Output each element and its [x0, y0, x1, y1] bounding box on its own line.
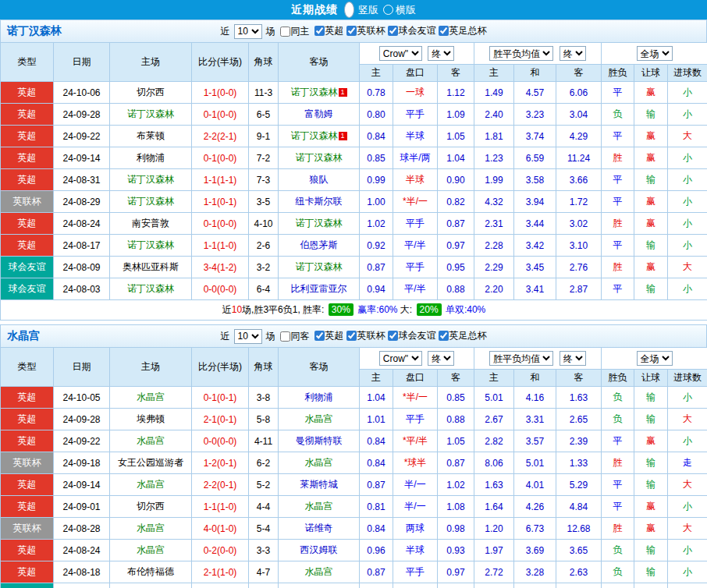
- league-checkbox[interactable]: [346, 26, 357, 36]
- league-filter[interactable]: 英足总杯: [439, 329, 487, 342]
- same-venue-checkbox[interactable]: [280, 27, 290, 37]
- same-venue-checkbox[interactable]: [280, 331, 290, 342]
- cell-euro-home-odds: 1.64: [474, 496, 514, 518]
- odds-company-select[interactable]: Crow": [379, 351, 422, 366]
- cell-away-team[interactable]: 比利亚雷亚尔: [279, 278, 360, 300]
- cell-score[interactable]: 2-1(0-1): [192, 409, 249, 430]
- match-count-select[interactable]: 10: [234, 329, 262, 344]
- cell-away-team[interactable]: 水晶宫: [279, 561, 360, 583]
- cell-away-team[interactable]: 水晶宫: [279, 496, 360, 518]
- league-checkbox[interactable]: [388, 26, 398, 36]
- same-venue-filter[interactable]: 同客: [280, 330, 310, 343]
- cell-away-team[interactable]: 诺丁汉森林1: [279, 126, 360, 147]
- cell-score[interactable]: 0-1(0-0): [192, 104, 249, 126]
- league-filter[interactable]: 英超: [314, 329, 344, 342]
- cell-home-team[interactable]: 奥林匹亚科斯: [110, 257, 192, 278]
- odds-time-select[interactable]: 终: [428, 46, 454, 61]
- odds-time-select[interactable]: 终: [428, 351, 454, 366]
- cell-score[interactable]: 0-0(0-0): [192, 278, 249, 300]
- cell-score[interactable]: 0-1(0-1): [192, 387, 249, 409]
- league-checkbox[interactable]: [439, 26, 449, 36]
- cell-away-team[interactable]: 水晶宫: [279, 452, 360, 474]
- cell-home-team[interactable]: 诺丁汉森林: [110, 191, 192, 213]
- cell-home-team[interactable]: 利物浦: [110, 147, 192, 169]
- league-filter[interactable]: 英足总杯: [439, 24, 487, 37]
- euro-odds-select[interactable]: 胜平负均值: [489, 46, 553, 61]
- cell-match-result: 胜: [602, 213, 634, 235]
- cell-away-team[interactable]: 诺维奇: [279, 518, 360, 540]
- cell-score[interactable]: 0-2(0-0): [192, 540, 249, 561]
- euro-time-select[interactable]: 终: [560, 46, 586, 61]
- cell-away-team[interactable]: 南特: [279, 583, 360, 588]
- league-checkbox[interactable]: [439, 331, 449, 341]
- cell-away-team[interactable]: 诺丁汉森林1: [279, 82, 360, 104]
- cell-away-team[interactable]: 曼彻斯特联: [279, 430, 360, 452]
- cell-score[interactable]: 2-2(2-1): [192, 126, 249, 147]
- cell-score[interactable]: 0-0(0-0): [192, 430, 249, 452]
- cell-away-team[interactable]: 伯恩茅斯: [279, 235, 360, 257]
- cell-score[interactable]: 0-1(0-0): [192, 147, 249, 169]
- league-filter[interactable]: 球会友谊: [388, 329, 436, 342]
- cell-away-team[interactable]: 纽卡斯尔联: [279, 191, 360, 213]
- cell-home-team[interactable]: 诺丁汉森林: [110, 278, 192, 300]
- cell-score[interactable]: 1-1(0-1): [192, 583, 249, 588]
- cell-home-team[interactable]: 南安普敦: [110, 213, 192, 235]
- cell-score[interactable]: 4-0(1-0): [192, 518, 249, 540]
- cell-away-team[interactable]: 诺丁汉森林: [279, 213, 360, 235]
- cell-away-team[interactable]: 西汉姆联: [279, 540, 360, 561]
- scope-select[interactable]: 全场: [637, 351, 673, 366]
- league-filter[interactable]: 英联杯: [346, 24, 385, 37]
- cell-away-team[interactable]: 水晶宫: [279, 409, 360, 430]
- scope-select[interactable]: 全场: [637, 46, 673, 61]
- euro-time-select[interactable]: 终: [560, 351, 586, 366]
- cell-score[interactable]: 0-1(0-0): [192, 213, 249, 235]
- cell-home-team[interactable]: 诺丁汉森林: [110, 104, 192, 126]
- league-checkbox[interactable]: [346, 331, 357, 341]
- cell-away-team[interactable]: 狼队: [279, 169, 360, 191]
- match-count-select[interactable]: 10: [234, 24, 262, 39]
- cell-score[interactable]: 1-1(0-1): [192, 191, 249, 213]
- cell-euro-away-odds: 1.33: [556, 452, 602, 474]
- cell-score[interactable]: 3-4(1-2): [192, 257, 249, 278]
- cell-away-team[interactable]: 利物浦: [279, 387, 360, 409]
- cell-home-team[interactable]: 水晶宫: [110, 474, 192, 496]
- cell-home-team[interactable]: 水晶宫: [110, 430, 192, 452]
- cell-home-team[interactable]: 水晶宫: [110, 583, 192, 588]
- league-filter[interactable]: 英联杯: [346, 329, 385, 342]
- cell-away-team[interactable]: 富勒姆: [279, 104, 360, 126]
- cell-home-team[interactable]: 切尔西: [110, 496, 192, 518]
- cell-home-team[interactable]: 埃弗顿: [110, 409, 192, 430]
- cell-score[interactable]: 2-2(0-1): [192, 474, 249, 496]
- cell-score[interactable]: 2-1(1-0): [192, 561, 249, 583]
- cell-home-team[interactable]: 诺丁汉森林: [110, 169, 192, 191]
- cell-home-team[interactable]: 切尔西: [110, 82, 192, 104]
- cell-handicap-line: 平手: [393, 409, 438, 430]
- league-filter[interactable]: 球会友谊: [388, 24, 436, 37]
- cell-home-team[interactable]: 水晶宫: [110, 518, 192, 540]
- league-filter[interactable]: 英超: [314, 24, 344, 37]
- cell-asian-home-odds: 1.00: [360, 191, 393, 213]
- cell-score[interactable]: 1-1(1-0): [192, 235, 249, 257]
- layout-radio-vertical[interactable]: 竖版: [343, 2, 378, 18]
- cell-home-team[interactable]: 水晶宫: [110, 540, 192, 561]
- cell-away-team[interactable]: 诺丁汉森林: [279, 147, 360, 169]
- layout-radio-horizontal[interactable]: 横版: [383, 3, 416, 17]
- league-checkbox[interactable]: [388, 331, 398, 341]
- cell-score[interactable]: 1-1(0-0): [192, 82, 249, 104]
- euro-odds-select[interactable]: 胜平负均值: [489, 351, 553, 366]
- league-checkbox[interactable]: [314, 331, 325, 341]
- cell-asian-home-odds: 0.99: [360, 169, 393, 191]
- odds-company-select[interactable]: Crow": [379, 46, 422, 61]
- league-checkbox[interactable]: [314, 26, 325, 36]
- cell-score[interactable]: 1-1(1-1): [192, 169, 249, 191]
- cell-home-team[interactable]: 布莱顿: [110, 126, 192, 147]
- same-venue-filter[interactable]: 同主: [280, 25, 310, 38]
- cell-score[interactable]: 1-1(1-0): [192, 496, 249, 518]
- cell-home-team[interactable]: 布伦特福德: [110, 561, 192, 583]
- cell-away-team[interactable]: 莱斯特城: [279, 474, 360, 496]
- cell-home-team[interactable]: 女王公园巡游者: [110, 452, 192, 474]
- cell-home-team[interactable]: 诺丁汉森林: [110, 235, 192, 257]
- cell-away-team[interactable]: 诺丁汉森林: [279, 257, 360, 278]
- cell-home-team[interactable]: 水晶宫: [110, 387, 192, 409]
- cell-score[interactable]: 1-2(0-1): [192, 452, 249, 474]
